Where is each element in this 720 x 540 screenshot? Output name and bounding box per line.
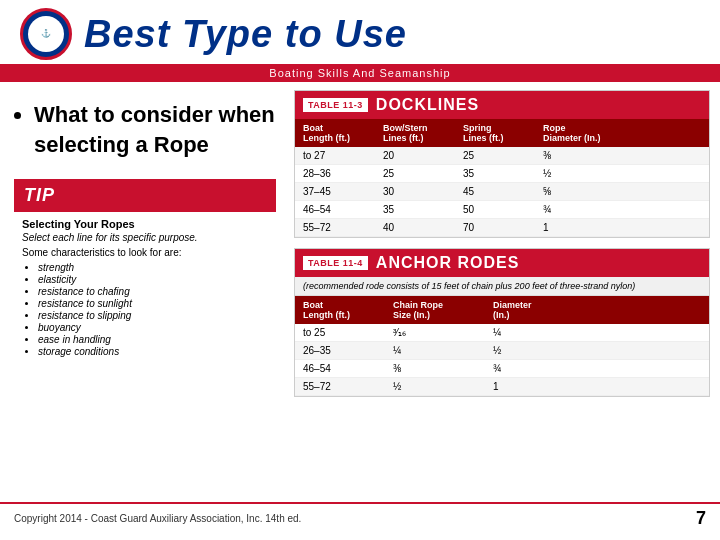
table-row: to 25 ³⁄₁₆ ¼ (295, 324, 709, 342)
bullet-section: What to consider when selecting a Rope (14, 92, 276, 175)
list-item: resistance to chafing (38, 286, 268, 297)
list-item: elasticity (38, 274, 268, 285)
anchor-col-1: BoatLength (ft.) (303, 300, 393, 320)
anchor-col-2: Chain RopeSize (In.) (393, 300, 493, 320)
logo-inner: ⚓ (28, 16, 64, 52)
main-bullet-list: What to consider when selecting a Rope (14, 100, 276, 159)
list-item: buoyancy (38, 322, 268, 333)
footer: Copyright 2014 - Coast Guard Auxiliary A… (0, 502, 720, 533)
left-panel: What to consider when selecting a Rope T… (0, 82, 290, 502)
table-row: 46–54 35 50 ¾ (295, 201, 709, 219)
dock-col-2: Bow/SternLines (ft.) (383, 123, 463, 143)
docklines-title: DOCKLINES (376, 96, 479, 114)
anchor-table-num: TABLE 11-4 (303, 256, 368, 270)
table-row: 37–45 30 45 ⅝ (295, 183, 709, 201)
docklines-table: TABLE 11-3 DOCKLINES BoatLength (ft.) Bo… (294, 90, 710, 238)
copyright: Copyright 2014 - Coast Guard Auxiliary A… (14, 513, 301, 524)
anchor-note: (recommended rode consists of 15 feet of… (295, 277, 709, 296)
anchor-col-headers: BoatLength (ft.) Chain RopeSize (In.) Di… (295, 296, 709, 324)
docklines-col-headers: BoatLength (ft.) Bow/SternLines (ft.) Sp… (295, 119, 709, 147)
list-item: ease in handling (38, 334, 268, 345)
table-row: to 27 20 25 ⅜ (295, 147, 709, 165)
anchor-rodes-table: TABLE 11-4 ANCHOR RODES (recommended rod… (294, 248, 710, 397)
logo: ⚓ (20, 8, 72, 60)
anchor-header: TABLE 11-4 ANCHOR RODES (295, 249, 709, 277)
subtitle-bar: Boating Skills And Seamanship (0, 64, 720, 82)
main-content: What to consider when selecting a Rope T… (0, 82, 720, 502)
docklines-table-num: TABLE 11-3 (303, 98, 368, 112)
dock-col-3: SpringLines (ft.) (463, 123, 543, 143)
tip-subtitle: Select each line for its specific purpos… (22, 232, 268, 243)
docklines-header: TABLE 11-3 DOCKLINES (295, 91, 709, 119)
dock-col-1: BoatLength (ft.) (303, 123, 383, 143)
table-row: 55–72 ½ 1 (295, 378, 709, 396)
table-row: 28–36 25 35 ½ (295, 165, 709, 183)
table-row: 46–54 ⅜ ¾ (295, 360, 709, 378)
anchor-title: ANCHOR RODES (376, 254, 520, 272)
header: ⚓ Best Type to Use (0, 0, 720, 64)
table-row: 55–72 40 70 1 (295, 219, 709, 237)
main-bullet-item: What to consider when selecting a Rope (34, 100, 276, 159)
tip-intro: Some characteristics to look for are: (22, 247, 268, 258)
page-number: 7 (696, 508, 706, 529)
tip-title: Selecting Your Ropes (22, 218, 268, 230)
tip-label: TIP (24, 185, 55, 205)
list-item: resistance to slipping (38, 310, 268, 321)
anchor-col-3: Diameter(In.) (493, 300, 573, 320)
tip-list: strength elasticity resistance to chafin… (22, 262, 268, 357)
list-item: storage conditions (38, 346, 268, 357)
table-row: 26–35 ¼ ½ (295, 342, 709, 360)
list-item: strength (38, 262, 268, 273)
dock-col-4: RopeDiameter (In.) (543, 123, 623, 143)
list-item: resistance to sunlight (38, 298, 268, 309)
tip-box: TIP (14, 179, 276, 212)
right-panel: TABLE 11-3 DOCKLINES BoatLength (ft.) Bo… (290, 82, 720, 502)
tip-content: Selecting Your Ropes Select each line fo… (14, 212, 276, 364)
page-title: Best Type to Use (84, 13, 407, 56)
